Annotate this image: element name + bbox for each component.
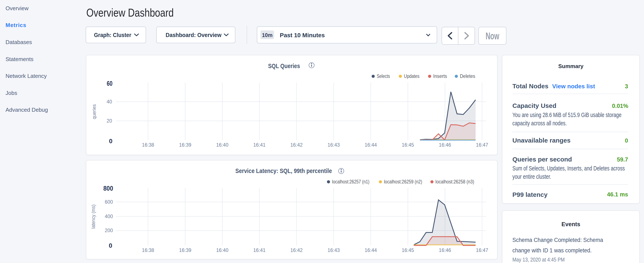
svg-text:Inserts: Inserts: [433, 73, 447, 79]
svg-text:SQL Queries: SQL Queries: [268, 62, 300, 69]
svg-text:16:40: 16:40: [216, 142, 228, 148]
svg-text:16:39: 16:39: [179, 142, 191, 148]
svg-text:localhost:26258 (n3): localhost:26258 (n3): [436, 179, 474, 184]
svg-text:20: 20: [106, 118, 112, 124]
svg-text:600: 600: [105, 199, 113, 205]
svg-text:queries: queries: [91, 104, 97, 119]
svg-text:16:46: 16:46: [439, 247, 451, 253]
svg-text:800: 800: [103, 185, 113, 192]
svg-text:16:47: 16:47: [476, 247, 488, 253]
svg-text:16:46: 16:46: [439, 142, 451, 148]
svg-text:Selects: Selects: [377, 73, 390, 79]
svg-text:60: 60: [107, 80, 112, 87]
svg-text:Updates: Updates: [404, 73, 420, 79]
svg-text:0: 0: [109, 242, 112, 249]
svg-text:40: 40: [106, 99, 112, 105]
svg-text:16:43: 16:43: [328, 142, 340, 148]
svg-text:16:39: 16:39: [179, 247, 191, 253]
svg-text:localhost:26259 (n2): localhost:26259 (n2): [384, 179, 422, 184]
svg-text:200: 200: [105, 228, 113, 233]
svg-text:16:45: 16:45: [402, 142, 414, 148]
svg-text:400: 400: [105, 214, 113, 219]
svg-text:latency (ms): latency (ms): [90, 204, 96, 229]
svg-text:16:40: 16:40: [216, 247, 228, 253]
svg-text:16:41: 16:41: [253, 247, 266, 253]
svg-text:0: 0: [109, 138, 112, 144]
svg-text:Deletes: Deletes: [460, 73, 475, 79]
svg-text:16:41: 16:41: [253, 142, 266, 148]
svg-text:16:45: 16:45: [402, 247, 414, 253]
svg-text:16:43: 16:43: [328, 247, 340, 253]
svg-text:16:47: 16:47: [476, 142, 488, 148]
svg-text:16:44: 16:44: [365, 247, 377, 253]
svg-text:Service Latency: SQL, 99th per: Service Latency: SQL, 99th percentile: [235, 167, 332, 174]
svg-text:16:44: 16:44: [365, 142, 377, 148]
svg-text:16:38: 16:38: [142, 142, 154, 148]
svg-text:16:42: 16:42: [290, 247, 303, 253]
svg-text:16:38: 16:38: [142, 247, 154, 253]
svg-text:16:42: 16:42: [290, 142, 303, 148]
svg-text:localhost:26257 (n1): localhost:26257 (n1): [332, 179, 370, 184]
